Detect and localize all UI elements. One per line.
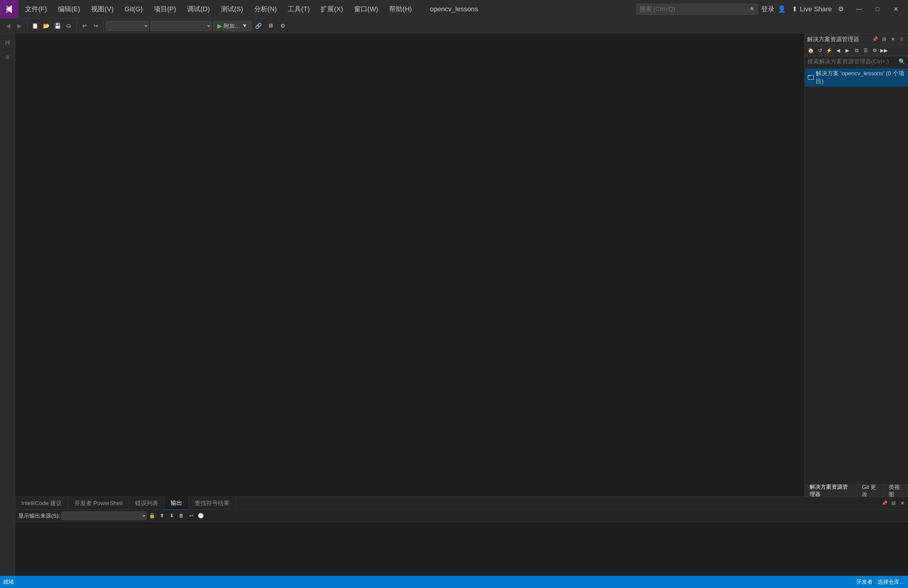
tab-findsymbol[interactable]: 查找符号结果 [188,497,236,510]
svg-rect-1 [808,75,811,76]
solution-explorer-panel: 解决方案资源管理器 📌 ⊟ ✕ ≡ 🏠 ↺ ⚡ ◀ ▶ ⧉ ☰ ⚙ ▶▶ 🔍 [804,34,908,496]
close-button[interactable]: ✕ [887,0,905,18]
title-bar: 文件(F) 编辑(E) 视图(V) Git(G) 项目(P) 调试(D) 测试(… [0,0,908,18]
toolbar-nav-group: ◀ ▶ [3,21,27,31]
back-button[interactable]: ◀ [3,21,13,31]
menu-extensions[interactable]: 扩展(X) [315,2,348,16]
menu-edit[interactable]: 编辑(E) [52,2,85,16]
output-pin-btn[interactable]: 📌 [881,499,889,507]
pin-button[interactable]: 📌 [871,35,879,43]
toolbar-file-group: 📋 📂 💾 🗂 [30,21,77,31]
menu-tools[interactable]: 工具(T) [282,2,315,16]
run-arrow-icon: ▶ [217,22,222,29]
global-search-input[interactable] [639,5,750,13]
status-git-branch[interactable]: 开发者 [856,578,873,586]
undo-button[interactable]: ↩ [79,21,90,31]
sol-copy-btn[interactable]: ⧉ [852,46,861,55]
profile-icon[interactable]: 👤 [778,5,786,13]
sol-extra-btn[interactable]: ▶▶ [880,46,888,55]
save-button[interactable]: 💾 [52,21,63,31]
sol-sync-btn[interactable]: ⚡ [825,46,833,55]
sol-view-btn[interactable]: ☰ [861,46,870,55]
output-time-btn[interactable]: 🕐 [196,512,205,520]
platform-dropdown[interactable] [151,21,211,31]
menu-debug[interactable]: 调试(D) [182,2,216,16]
output-source-select[interactable] [61,512,147,520]
redo-button[interactable]: ↪ [90,21,101,31]
solution-search-input[interactable] [807,58,897,65]
attach-button[interactable]: 🔗 [253,21,264,31]
auto-hide-button[interactable]: ⊟ [880,35,888,43]
menu-project[interactable]: 项目(P) [148,2,182,16]
solution-toolbar: 🏠 ↺ ⚡ ◀ ▶ ⧉ ☰ ⚙ ▶▶ [805,45,908,56]
left-sidebar: H ≡ [0,34,15,588]
maximize-button[interactable]: □ [868,0,887,18]
sidebar-menu-icon[interactable]: ≡ [2,51,14,63]
settings-icon[interactable]: ⚙ [838,5,844,13]
solution-content: 解决方案 'opencv_lessons' (0 个项目) [805,67,908,485]
menu-test[interactable]: 测试(S) [216,2,249,16]
solution-panel-footer: 解决方案资源管理器 Git 更改 类视图 [805,485,908,496]
status-bar: 就绪 开发者 选择仓库… [0,576,908,588]
output-close-btn[interactable]: ✕ [898,499,906,507]
output-autohide-btn[interactable]: ⊟ [889,499,897,507]
sol-forward-btn[interactable]: ▶ [843,46,852,55]
output-toolbar: 显示输出来源(S): 🔒 ⬆ ⬇ 🗑 ↩ 🕐 [15,510,908,522]
run-dropdown-icon: ▼ [242,23,248,29]
solution-panel-header: 解决方案资源管理器 📌 ⊟ ✕ ≡ [805,34,908,45]
panel-close-button[interactable]: ✕ [889,35,897,43]
minimize-button[interactable]: — [850,0,868,18]
forward-button[interactable]: ▶ [14,21,25,31]
tab-errors[interactable]: 错误列表 [129,497,164,510]
status-select-repo[interactable]: 选择仓库… [877,578,905,586]
output-source-label: 显示输出来源(S): [18,512,60,519]
solution-item[interactable]: 解决方案 'opencv_lessons' (0 个项目) [805,68,908,87]
output-scroll-lock-btn[interactable]: 🔒 [148,512,156,520]
menu-file[interactable]: 文件(F) [19,2,52,16]
editor-area [15,34,804,496]
extra-button[interactable]: ⚙ [278,21,288,31]
window-controls: — □ ✕ [850,0,905,18]
sol-home-btn[interactable]: 🏠 [807,46,815,55]
screen-button[interactable]: 🖥 [266,21,276,31]
output-panel: IntelliCode 建议 开发者 PowerShell 错误列表 输出 查找… [15,496,908,588]
tab-powershell[interactable]: 开发者 PowerShell [68,497,129,510]
menu-view[interactable]: 视图(V) [85,2,119,16]
login-button[interactable]: 登录 [761,5,774,14]
solution-search-bar[interactable]: 🔍 [805,56,908,67]
menu-git[interactable]: Git(G) [119,3,148,16]
status-ready: 就绪 [3,578,14,586]
solution-panel-title: 解决方案资源管理器 [807,35,859,43]
output-clear-btn[interactable]: 🗑 [177,512,185,520]
global-search-box[interactable]: 🔍 [636,4,758,14]
save-all-button[interactable]: 🗂 [64,21,74,31]
sol-refresh-btn[interactable]: ↺ [816,46,824,55]
output-panel-header: IntelliCode 建议 开发者 PowerShell 错误列表 输出 查找… [15,497,908,510]
solution-panel-controls: 📌 ⊟ ✕ ≡ [871,35,906,43]
panel-settings-icon[interactable]: ≡ [898,35,906,43]
menu-help[interactable]: 帮助(H) [384,2,417,16]
menu-analyze[interactable]: 分析(N) [249,2,282,16]
tab-intellicode[interactable]: IntelliCode 建议 [15,497,68,510]
run-label: 附加… [224,22,240,29]
config-dropdown[interactable] [106,21,149,31]
open-button[interactable]: 📂 [41,21,52,31]
output-wrap-btn[interactable]: ↩ [187,512,195,520]
sol-tools-btn[interactable]: ⚙ [871,46,879,55]
search-icon: 🔍 [750,7,755,11]
output-up-btn[interactable]: ⬆ [158,512,166,520]
sol-back-btn[interactable]: ◀ [834,46,842,55]
menu-bar: 文件(F) 编辑(E) 视图(V) Git(G) 项目(P) 调试(D) 测试(… [19,2,417,16]
tab-output[interactable]: 输出 [164,496,188,510]
run-button[interactable]: ▶ 附加… ▼ [213,21,251,31]
menu-window[interactable]: 窗口(W) [349,2,384,16]
live-share-label: Live Share [800,5,832,13]
output-down-btn[interactable]: ⬇ [167,512,176,520]
output-panel-controls: 📌 ⊟ ✕ [881,499,908,507]
solution-item-icon [808,74,814,81]
new-project-button[interactable]: 📋 [30,21,40,31]
menu-icon-label: ≡ [5,53,10,61]
toolbar: ◀ ▶ 📋 📂 💾 🗂 ↩ ↪ ▶ 附加… ▼ 🔗 🖥 ⚙ [0,18,908,34]
live-share-button[interactable]: ⬆ Live Share [789,4,835,14]
sidebar-h-icon[interactable]: H [2,37,14,49]
